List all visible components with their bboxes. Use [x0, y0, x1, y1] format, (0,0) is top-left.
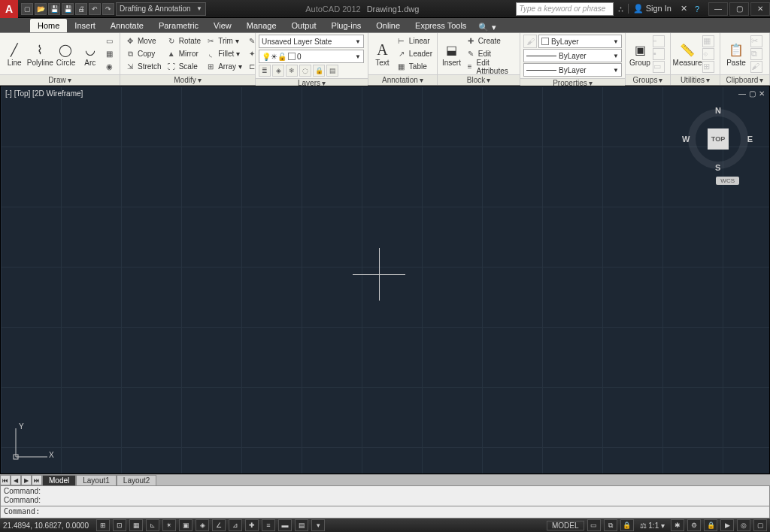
- sc-button[interactable]: ▾: [311, 519, 325, 531]
- exchange-icon[interactable]: ✕: [681, 4, 687, 14]
- polar-button[interactable]: ✴: [162, 519, 176, 531]
- command-input[interactable]: Command:: [0, 506, 770, 518]
- open-icon[interactable]: 📂: [35, 3, 47, 15]
- linetype-combo[interactable]: ByLayer▼: [523, 49, 622, 62]
- scale-button[interactable]: ⛶Scale: [165, 61, 202, 73]
- workspace-switch[interactable]: ⚙: [687, 519, 701, 531]
- otrack-button[interactable]: ∠: [212, 519, 226, 531]
- snap-button[interactable]: ⊡: [113, 519, 126, 531]
- mirror-button[interactable]: ▲Mirror: [165, 48, 202, 60]
- layer-props-button[interactable]: ≣: [259, 65, 271, 77]
- compass-s[interactable]: S: [715, 163, 720, 172]
- viewport-minimize[interactable]: —: [738, 89, 746, 98]
- tab-insert[interactable]: Insert: [67, 19, 103, 32]
- minimize-button[interactable]: —: [708, 2, 728, 16]
- tab-output[interactable]: Output: [284, 19, 324, 32]
- paste-button[interactable]: 📋Paste: [723, 35, 749, 73]
- array-button[interactable]: ⊞Array ▾: [204, 61, 244, 73]
- polyline-button[interactable]: ⌇Polyline: [27, 35, 53, 73]
- layout-tab-1[interactable]: Layout1: [76, 475, 117, 486]
- plot-icon[interactable]: 🖨: [75, 3, 87, 15]
- quick-view-drawings[interactable]: ⧉: [604, 519, 617, 531]
- create-block-button[interactable]: ✚Create: [464, 35, 517, 47]
- layer-iso-button[interactable]: ◈: [272, 65, 284, 77]
- stretch-button[interactable]: ⇲Stretch: [123, 61, 163, 73]
- coords-display[interactable]: 21.4894, 10.6827, 0.0000: [3, 521, 93, 530]
- grid-button[interactable]: ▦: [129, 519, 143, 531]
- copy-button[interactable]: ⧉Copy: [123, 48, 163, 60]
- compass-e[interactable]: E: [747, 135, 753, 144]
- calc-button[interactable]: ⊞: [702, 61, 714, 73]
- linear-dim-button[interactable]: ⊢Linear: [395, 35, 434, 47]
- viewport-close[interactable]: ✕: [759, 89, 765, 98]
- annotation-visibility[interactable]: ✱: [671, 519, 684, 531]
- annotation-scale-lock[interactable]: 🔒: [620, 519, 634, 531]
- rectangle-button[interactable]: ▭: [103, 35, 117, 47]
- layout-tab-model[interactable]: Model: [42, 475, 76, 486]
- isolate-objects[interactable]: ◎: [737, 519, 750, 531]
- tpy-button[interactable]: ▬: [278, 519, 292, 531]
- wcs-badge[interactable]: WCS: [716, 177, 739, 185]
- drawing-canvas[interactable]: [-] [Top] [2D Wireframe] — ▢ ✕ Y X TOP N…: [0, 86, 770, 474]
- copy-clip-button[interactable]: ⧉: [750, 48, 762, 60]
- color-combo[interactable]: ByLayer▼: [538, 35, 622, 48]
- ungroup-button[interactable]: ▫: [653, 35, 665, 47]
- ortho-button[interactable]: ⊾: [146, 519, 159, 531]
- trim-button[interactable]: ✂Trim ▾: [204, 35, 244, 47]
- match-button[interactable]: 🖌: [750, 61, 762, 73]
- panel-groups-title[interactable]: Groups ▾: [626, 74, 670, 85]
- ellipse-button[interactable]: ◉: [103, 61, 117, 73]
- measure-button[interactable]: 📏Measure: [674, 35, 701, 73]
- undo-icon[interactable]: ↶: [89, 3, 101, 15]
- circle-button[interactable]: ◯Circle: [54, 35, 77, 73]
- panel-block-title[interactable]: Block ▾: [438, 74, 520, 85]
- group-button[interactable]: ▣Group: [629, 35, 651, 73]
- clean-screen[interactable]: ▢: [753, 519, 767, 531]
- qp-button[interactable]: ▤: [295, 519, 308, 531]
- viewport-maximize[interactable]: ▢: [749, 89, 756, 98]
- arc-button[interactable]: ◡Arc: [79, 35, 102, 73]
- osnap-button[interactable]: ▣: [179, 519, 192, 531]
- cube-face[interactable]: TOP: [708, 128, 729, 150]
- quick-select-button[interactable]: ⟐: [702, 48, 714, 60]
- 3dosnap-button[interactable]: ◈: [196, 519, 209, 531]
- compass-w[interactable]: W: [682, 135, 690, 144]
- dyn-button[interactable]: ✚: [245, 519, 259, 531]
- match-props-button[interactable]: 🖌: [523, 35, 537, 48]
- layer-off-button[interactable]: ◌: [299, 65, 311, 77]
- insert-button[interactable]: ⬓Insert: [441, 35, 462, 73]
- panel-utilities-title[interactable]: Utilities ▾: [671, 74, 720, 85]
- tab-manage[interactable]: Manage: [239, 19, 284, 32]
- save-icon[interactable]: 💾: [48, 3, 60, 15]
- tab-home[interactable]: Home: [30, 19, 67, 32]
- layer-match-button[interactable]: ▤: [326, 65, 338, 77]
- redo-icon[interactable]: ↷: [102, 3, 114, 15]
- hatch-button[interactable]: ▦: [103, 48, 117, 60]
- quick-view-layouts[interactable]: ▭: [587, 519, 601, 531]
- help-icon[interactable]: ?: [695, 5, 699, 14]
- sign-in-button[interactable]: 👤 Sign In: [628, 4, 671, 14]
- tab-parametric[interactable]: Parametric: [151, 19, 206, 32]
- ducs-button[interactable]: ⊿: [229, 519, 242, 531]
- layer-current-combo[interactable]: 💡 ☀ 🔓 0▼: [259, 50, 364, 63]
- autodesk360-icon[interactable]: ⛬: [617, 5, 625, 14]
- layout-tab-2[interactable]: Layout2: [117, 475, 157, 486]
- model-space-button[interactable]: MODEL: [547, 521, 584, 530]
- text-button[interactable]: AText: [371, 35, 393, 73]
- layer-lock-button[interactable]: 🔒: [313, 65, 325, 77]
- group-bbox-button[interactable]: ▭: [653, 61, 665, 73]
- rotate-button[interactable]: ↻Rotate: [165, 35, 202, 47]
- line-button[interactable]: ╱Line: [3, 35, 26, 73]
- layout-first[interactable]: ⏮: [0, 475, 11, 485]
- fillet-button[interactable]: ◟Fillet ▾: [204, 48, 244, 60]
- edit-attr-button[interactable]: ≡Edit Attributes: [464, 61, 517, 73]
- close-button[interactable]: ✕: [750, 2, 770, 16]
- hardware-accel[interactable]: ▶: [720, 519, 734, 531]
- view-cube[interactable]: TOP N S E W: [688, 109, 748, 169]
- panel-draw-title[interactable]: Draw ▾: [0, 74, 120, 85]
- tab-online[interactable]: Online: [368, 19, 408, 32]
- toolbar-lock[interactable]: 🔒: [704, 519, 717, 531]
- cut-button[interactable]: ✂: [750, 35, 762, 47]
- workspace-selector[interactable]: Drafting & Annotation ▼: [116, 2, 206, 16]
- tab-annotate[interactable]: Annotate: [103, 19, 151, 32]
